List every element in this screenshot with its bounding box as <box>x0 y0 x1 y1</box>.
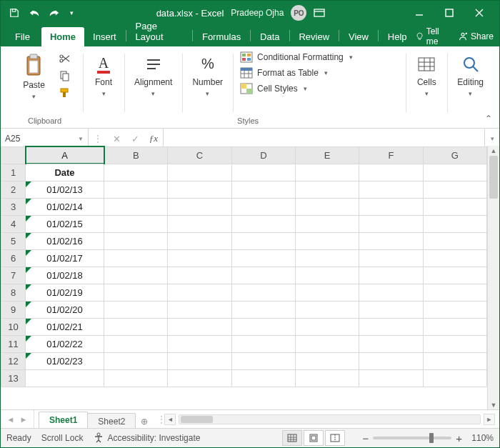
close-button[interactable] <box>465 3 494 23</box>
cell[interactable]: 01/02/13 <box>26 181 104 198</box>
cell[interactable]: 01/02/20 <box>26 301 104 318</box>
col-header-C[interactable]: C <box>168 146 231 164</box>
formula-options-button[interactable]: ⋮ <box>89 134 107 144</box>
hscroll-thumb[interactable] <box>181 416 213 423</box>
row-header[interactable]: 8 <box>1 284 26 301</box>
row-header[interactable]: 13 <box>1 369 26 387</box>
cell[interactable]: 01/02/19 <box>26 284 104 301</box>
cell[interactable]: 01/02/16 <box>26 232 104 249</box>
format-as-table-button[interactable]: Format as Table▾ <box>237 66 331 79</box>
share-button[interactable]: Share <box>458 31 494 41</box>
cell[interactable] <box>231 267 295 284</box>
cell[interactable] <box>104 318 168 335</box>
sheet-tab-1[interactable]: Sheet1 <box>39 412 88 429</box>
collapse-ribbon-button[interactable]: ⌃ <box>485 114 492 124</box>
cell[interactable]: 01/02/22 <box>26 335 104 352</box>
ribbon-display-options[interactable] <box>314 8 325 18</box>
cell[interactable] <box>231 335 295 352</box>
zoom-in-button[interactable]: + <box>456 432 462 444</box>
cell[interactable] <box>423 267 486 284</box>
cell[interactable] <box>295 232 359 249</box>
paste-button[interactable]: Paste ▾ <box>17 51 51 103</box>
cell[interactable] <box>231 215 295 232</box>
row-header[interactable]: 3 <box>1 198 26 215</box>
avatar[interactable]: PO <box>291 5 306 21</box>
scroll-up-button[interactable]: ▲ <box>488 146 499 156</box>
scroll-down-button[interactable]: ▼ <box>488 400 499 410</box>
cell[interactable] <box>359 352 423 369</box>
tab-page-layout[interactable]: Page Layout <box>127 16 192 46</box>
col-header-D[interactable]: D <box>231 146 295 164</box>
col-header-B[interactable]: B <box>104 146 168 164</box>
cell[interactable] <box>231 301 295 318</box>
cell[interactable]: 01/02/17 <box>26 249 104 267</box>
tell-me-button[interactable]: Tell me <box>416 26 448 46</box>
col-header-F[interactable]: F <box>359 146 423 164</box>
sheet-next-button[interactable]: ► <box>18 415 29 424</box>
cell[interactable] <box>168 318 231 335</box>
cell[interactable] <box>359 318 423 335</box>
row-header[interactable]: 2 <box>1 181 26 198</box>
page-layout-view-button[interactable] <box>304 430 324 446</box>
undo-button[interactable] <box>26 5 42 21</box>
row-header[interactable]: 11 <box>1 335 26 352</box>
cell[interactable] <box>104 335 168 352</box>
alignment-button[interactable]: Alignment ▾ <box>129 51 178 100</box>
cell[interactable] <box>168 352 231 369</box>
hscroll-right-button[interactable]: ► <box>484 414 495 425</box>
cell[interactable] <box>359 215 423 232</box>
tab-file[interactable]: File <box>6 27 39 46</box>
cell[interactable] <box>423 335 486 352</box>
row-header[interactable]: 9 <box>1 301 26 318</box>
row-header[interactable]: 12 <box>1 352 26 369</box>
qat-customize-button[interactable]: ▾ <box>66 5 76 21</box>
cell[interactable] <box>168 267 231 284</box>
cell[interactable] <box>295 249 359 267</box>
row-header[interactable]: 5 <box>1 232 26 249</box>
row-header[interactable]: 7 <box>1 267 26 284</box>
cell[interactable] <box>104 215 168 232</box>
cell[interactable] <box>168 249 231 267</box>
cut-button[interactable] <box>56 51 72 66</box>
cell[interactable] <box>231 198 295 215</box>
minimize-button[interactable] <box>405 3 434 23</box>
tab-help[interactable]: Help <box>379 27 416 46</box>
cell[interactable]: 01/02/21 <box>26 318 104 335</box>
copy-button[interactable] <box>56 68 72 84</box>
cell[interactable] <box>295 335 359 352</box>
cell[interactable] <box>168 335 231 352</box>
tab-review[interactable]: Review <box>290 27 338 46</box>
cell[interactable] <box>231 352 295 369</box>
cell[interactable] <box>231 164 295 181</box>
maximize-button[interactable] <box>435 3 464 23</box>
cell[interactable] <box>26 369 104 387</box>
row-header[interactable]: 10 <box>1 318 26 335</box>
cell[interactable] <box>295 215 359 232</box>
tab-home[interactable]: Home <box>41 27 84 46</box>
cell[interactable] <box>295 369 359 387</box>
cell[interactable] <box>423 249 486 267</box>
cell[interactable] <box>168 301 231 318</box>
tab-view[interactable]: View <box>340 27 377 46</box>
cell[interactable] <box>104 301 168 318</box>
col-header-A[interactable]: A <box>26 146 104 164</box>
cell[interactable] <box>295 352 359 369</box>
cell[interactable] <box>168 369 231 387</box>
new-sheet-button[interactable]: ⊕ <box>135 414 154 429</box>
scroll-thumb[interactable] <box>489 156 498 199</box>
zoom-level[interactable]: 110% <box>466 433 494 443</box>
cell[interactable] <box>295 267 359 284</box>
sheet[interactable]: A B C D E F G 1Date201/02/13301/02/14401… <box>1 146 487 410</box>
cell[interactable] <box>423 164 486 181</box>
cell[interactable] <box>168 198 231 215</box>
cell[interactable] <box>423 301 486 318</box>
cell[interactable] <box>295 164 359 181</box>
cancel-formula-button[interactable]: ✕ <box>107 134 126 144</box>
number-button[interactable]: % Number ▾ <box>186 51 229 100</box>
cell[interactable] <box>231 369 295 387</box>
cell[interactable] <box>359 284 423 301</box>
cell[interactable] <box>359 232 423 249</box>
cell[interactable] <box>104 181 168 198</box>
cell[interactable] <box>359 198 423 215</box>
cell[interactable] <box>359 369 423 387</box>
